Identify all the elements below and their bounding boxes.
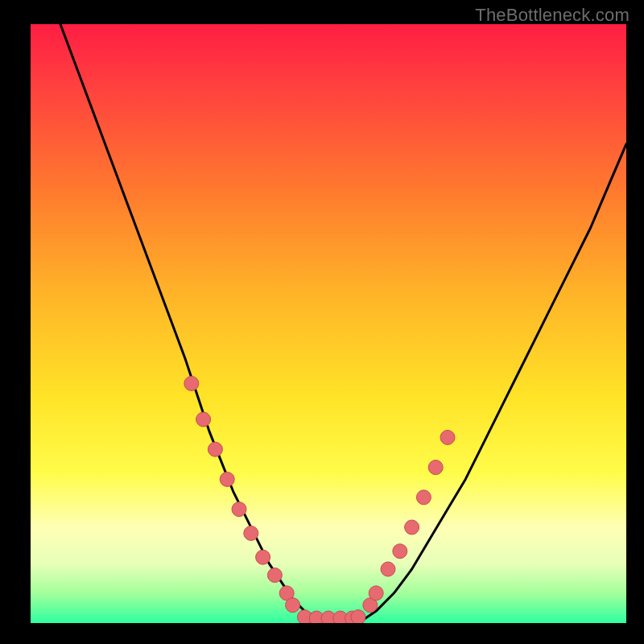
svg-point-12 — [309, 611, 324, 623]
watermark-text: TheBottleneck.com — [475, 5, 630, 26]
svg-point-2 — [196, 412, 211, 427]
svg-point-13 — [321, 611, 336, 623]
svg-point-14 — [333, 611, 348, 623]
svg-point-1 — [184, 376, 199, 390]
svg-point-3 — [208, 442, 222, 456]
svg-point-19 — [381, 562, 395, 576]
svg-point-17 — [363, 598, 378, 613]
plot-area — [31, 24, 626, 623]
svg-point-5 — [232, 502, 246, 517]
svg-point-15 — [345, 611, 360, 623]
svg-point-4 — [220, 472, 234, 486]
marker-cluster — [184, 376, 455, 623]
svg-point-24 — [440, 430, 455, 444]
svg-point-21 — [405, 520, 419, 535]
svg-point-6 — [244, 526, 258, 540]
chart-frame: TheBottleneck.com — [0, 0, 644, 644]
svg-point-23 — [428, 460, 443, 475]
svg-point-9 — [279, 586, 294, 601]
svg-point-16 — [351, 610, 365, 623]
svg-point-8 — [267, 568, 282, 583]
svg-point-7 — [256, 550, 270, 564]
curve-layer — [31, 24, 626, 623]
svg-point-18 — [369, 586, 383, 601]
bottleneck-curve — [60, 24, 626, 623]
svg-point-11 — [297, 610, 312, 623]
svg-point-10 — [286, 598, 300, 613]
svg-point-20 — [393, 544, 407, 559]
svg-point-22 — [416, 490, 431, 505]
